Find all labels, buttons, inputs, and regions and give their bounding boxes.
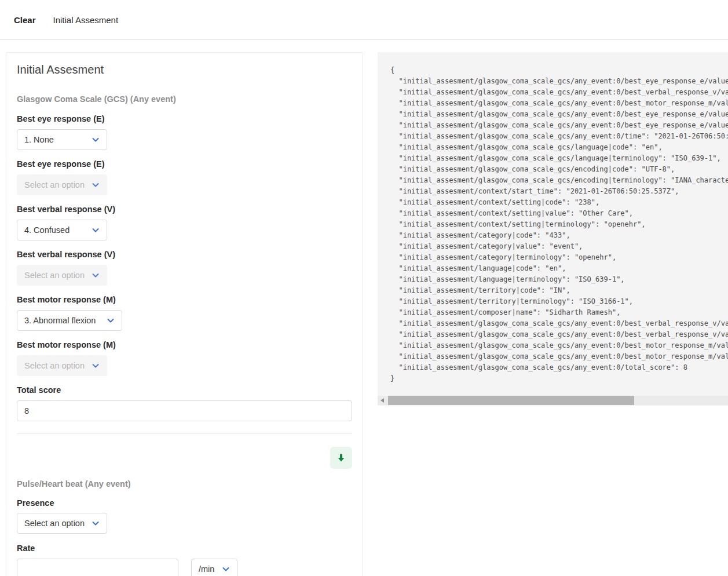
section-glasgow-coma-scale: Glasgow Coma Scale (GCS) (Any event) [17, 93, 352, 105]
rate-input[interactable] [17, 559, 178, 576]
select-value: 1. None [24, 135, 54, 144]
json-line: "initial_assesment/glasgow_coma_scale_gc… [390, 175, 728, 186]
json-line: "initial_assesment/glasgow_coma_scale_gc… [390, 164, 728, 175]
scrollbar-thumb[interactable] [388, 396, 634, 405]
field-label-rate: Rate [17, 542, 352, 554]
field-label-best-eye-response: Best eye response (E) [17, 158, 352, 170]
select-best-motor-response-disabled: Select an option [17, 355, 107, 376]
json-line: "initial_assesment/glasgow_coma_scale_gc… [390, 142, 728, 153]
chevron-down-icon [92, 226, 100, 234]
select-best-eye-response[interactable]: 1. None [17, 129, 107, 150]
chevron-down-icon [92, 519, 100, 527]
tab-initial-assesment[interactable]: Initial Assesment [53, 15, 119, 25]
clear-button[interactable]: Clear [14, 15, 36, 25]
chevron-down-icon [107, 316, 115, 325]
json-line: { [390, 65, 728, 76]
select-presence[interactable]: Select an option [17, 513, 107, 534]
field-label-best-verbal-response: Best verbal response (V) [17, 249, 352, 260]
json-line: } [390, 373, 728, 384]
json-line: "initial_assesment/glasgow_coma_scale_gc… [390, 76, 728, 87]
json-line: "initial_assesment/glasgow_coma_scale_gc… [390, 340, 728, 351]
json-line: "initial_assesment/context/setting|termi… [390, 219, 728, 230]
json-line: "initial_assesment/language|code": "en", [390, 263, 728, 274]
scroll-down-button[interactable] [330, 447, 352, 469]
json-output-text: { "initial_assesment/glasgow_coma_scale_… [390, 65, 728, 394]
json-line: "initial_assesment/context/setting|value… [390, 208, 728, 219]
select-best-verbal-response-disabled: Select an option [17, 265, 107, 286]
select-placeholder: Select an option [24, 519, 85, 528]
json-line: "initial_assesment/context/start_time": … [390, 186, 728, 197]
json-line: "initial_assesment/territory|terminology… [390, 296, 728, 307]
field-label-total-score: Total score [17, 384, 352, 396]
field-label-best-motor-response: Best motor response (M) [17, 339, 352, 351]
select-value: 4. Confused [24, 225, 69, 235]
json-line: "initial_assesment/glasgow_coma_scale_gc… [390, 131, 728, 142]
form-card: Initial Assesment Glasgow Coma Scale (GC… [6, 52, 363, 576]
json-line: "initial_assesment/territory|code": "IN"… [390, 285, 728, 296]
field-label-best-verbal-response: Best verbal response (V) [17, 203, 352, 215]
select-placeholder: Select an option [24, 180, 85, 189]
select-placeholder: Select an option [24, 271, 85, 280]
chevron-down-icon [92, 136, 100, 144]
form-title: Initial Assesment [17, 62, 352, 77]
select-best-verbal-response[interactable]: 4. Confused [17, 220, 107, 240]
total-score-input[interactable] [17, 400, 352, 421]
chevron-down-icon [92, 271, 100, 279]
field-label-presence: Presence [17, 497, 352, 509]
select-value: /min [199, 564, 214, 574]
horizontal-scrollbar[interactable] [378, 396, 728, 405]
select-best-motor-response[interactable]: 3. Abnormal flexion [17, 310, 122, 331]
select-best-eye-response-disabled: Select an option [17, 174, 107, 195]
json-line: "initial_assesment/language|terminology"… [390, 274, 728, 285]
select-rate-unit[interactable]: /min [191, 559, 237, 576]
section-divider [17, 433, 352, 434]
field-label-best-eye-response: Best eye response (E) [17, 113, 352, 125]
chevron-down-icon [92, 181, 100, 189]
section-pulse-heart-beat: Pulse/Heart beat (Any event) [17, 478, 352, 490]
json-output-panel[interactable]: { "initial_assesment/glasgow_coma_scale_… [378, 52, 728, 406]
select-placeholder: Select an option [24, 361, 85, 370]
chevron-down-icon [92, 362, 100, 370]
json-line: "initial_assesment/category|value": "eve… [390, 241, 728, 252]
json-line: "initial_assesment/glasgow_coma_scale_gc… [390, 329, 728, 340]
json-line: "initial_assesment/glasgow_coma_scale_gc… [390, 318, 728, 329]
json-line: "initial_assesment/glasgow_coma_scale_gc… [390, 153, 728, 164]
json-line: "initial_assesment/category|code": "433"… [390, 230, 728, 241]
json-line: "initial_assesment/composer|name": "Sidh… [390, 307, 728, 318]
chevron-down-icon [222, 565, 230, 573]
json-line: "initial_assesment/glasgow_coma_scale_gc… [390, 87, 728, 98]
json-line: "initial_assesment/glasgow_coma_scale_gc… [390, 362, 728, 373]
json-line: "initial_assesment/glasgow_coma_scale_gc… [390, 98, 728, 109]
json-line: "initial_assesment/glasgow_coma_scale_gc… [390, 109, 728, 120]
scroll-left-arrow-icon[interactable] [381, 398, 384, 403]
down-arrow-icon [336, 453, 346, 462]
select-value: 3. Abnormal flexion [24, 316, 96, 325]
json-line: "initial_assesment/glasgow_coma_scale_gc… [390, 120, 728, 131]
json-line: "initial_assesment/context/setting|code"… [390, 197, 728, 208]
json-line: "initial_assesment/glasgow_coma_scale_gc… [390, 351, 728, 362]
field-label-best-motor-response: Best motor response (M) [17, 294, 352, 305]
json-line: "initial_assesment/category|terminology"… [390, 252, 728, 263]
top-toolbar: Clear Initial Assesment [0, 0, 728, 40]
